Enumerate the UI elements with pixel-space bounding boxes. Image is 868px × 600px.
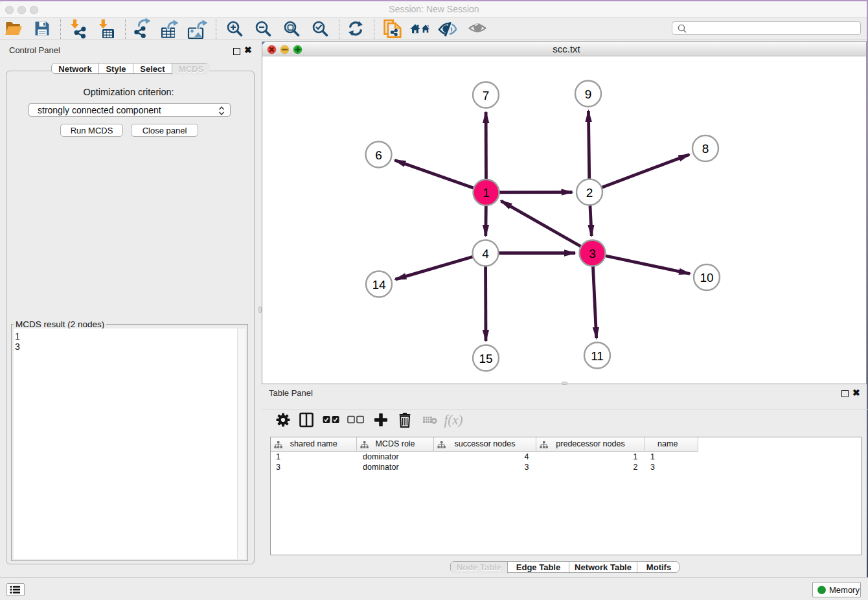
svg-text:6: 6 — [375, 148, 382, 162]
svg-text:3: 3 — [589, 247, 596, 260]
svg-text:2: 2 — [586, 186, 593, 200]
svg-text:4: 4 — [482, 247, 489, 260]
svg-text:9: 9 — [585, 87, 592, 101]
svg-text:14: 14 — [372, 278, 386, 292]
svg-text:7: 7 — [483, 89, 490, 102]
svg-text:11: 11 — [591, 349, 604, 363]
svg-text:1: 1 — [483, 186, 490, 200]
svg-text:10: 10 — [700, 271, 713, 284]
svg-text:15: 15 — [479, 352, 492, 365]
svg-text:f(x): f(x) — [444, 412, 463, 428]
svg-text:8: 8 — [702, 142, 709, 156]
